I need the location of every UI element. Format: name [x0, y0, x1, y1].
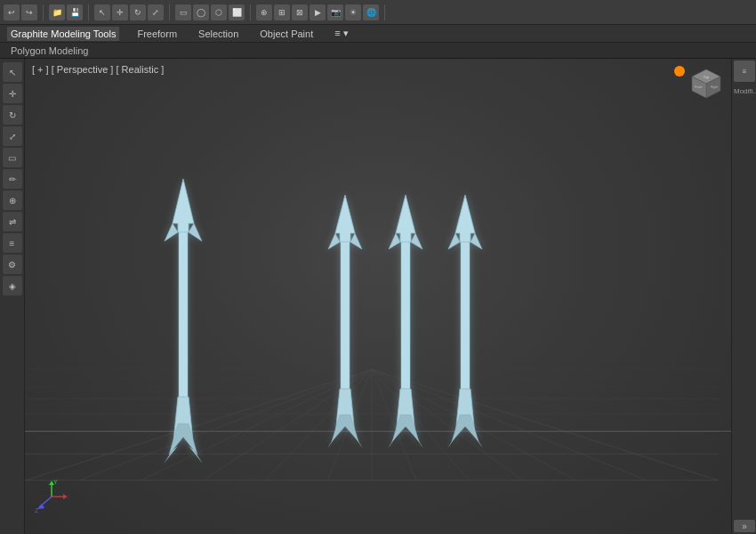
toolbar-group-4: ▭ ◯ ⬡ ⬜: [175, 4, 251, 20]
svg-rect-30: [179, 232, 188, 397]
svg-marker-37: [350, 233, 362, 249]
top-toolbar: ↩ ↪ 📁 💾 ↖ ✛ ↻ ⤢ ▭ ◯ ⬡ ⬜ ⊕ ⊞ ⊠ ▶ 📷 ☀ 🌐: [0, 0, 756, 25]
snap-tool-icon[interactable]: ⊕: [3, 190, 22, 210]
open-icon[interactable]: 📁: [49, 4, 65, 20]
plane-icon[interactable]: ⬜: [229, 4, 245, 20]
modifier-panel: ≡ Modifi... »: [731, 59, 756, 534]
sub-bar: Polygon Modeling: [0, 43, 756, 59]
wire-icon[interactable]: ⊠: [292, 4, 308, 20]
snap-icon[interactable]: ⊕: [256, 4, 272, 20]
svg-rect-46: [401, 242, 410, 389]
svg-marker-51: [455, 195, 475, 242]
left-toolbar: ↖ ✛ ↻ ⤢ ▭ ✏ ⊕ ⇌ ≡ ⚙ ◈: [0, 59, 25, 534]
viewport-grid: [25, 303, 719, 481]
svg-marker-29: [189, 223, 202, 241]
arrow-object-3[interactable]: [385, 190, 426, 457]
svg-text:Right: Right: [711, 85, 718, 89]
svg-text:X: X: [68, 494, 69, 500]
viewport[interactable]: [ + ] [ Perspective ] [ Realistic ] Top …: [25, 59, 731, 534]
svg-marker-27: [173, 179, 194, 232]
box-icon[interactable]: ▭: [175, 4, 191, 20]
svg-marker-52: [448, 233, 460, 249]
toolbar-group-3: ↖ ✛ ↻ ⤢: [94, 4, 170, 20]
toolbar-group-2: 📁 💾: [49, 4, 89, 20]
arrow-object-1[interactable]: [160, 174, 206, 468]
light-icon[interactable]: ☀: [345, 4, 361, 20]
sphere-icon[interactable]: ◯: [193, 4, 209, 20]
rotate-tool-icon[interactable]: ↻: [3, 105, 22, 125]
select-icon[interactable]: ↖: [94, 4, 110, 20]
redo-icon[interactable]: ↪: [21, 4, 37, 20]
mirror-tool-icon[interactable]: ⇌: [3, 212, 22, 231]
menu-freeform[interactable]: Freeform: [133, 27, 181, 41]
horizon-line: [25, 431, 731, 432]
toolbar-group-1: ↩ ↪: [4, 4, 44, 20]
svg-marker-28: [165, 223, 178, 241]
modifier-expand-button[interactable]: »: [734, 520, 755, 532]
misc-tool-icon[interactable]: ◈: [3, 276, 22, 295]
svg-text:Front: Front: [695, 85, 702, 89]
svg-marker-45: [411, 233, 422, 249]
svg-text:Z: Z: [35, 507, 39, 514]
svg-marker-58: [452, 415, 479, 441]
scale-tool-icon[interactable]: ⤢: [3, 126, 22, 146]
menu-graphite[interactable]: Graphite Modeling Tools: [7, 27, 119, 41]
cursor-tool-icon[interactable]: ↖: [3, 62, 22, 82]
svg-text:Y: Y: [53, 479, 58, 485]
undo-icon[interactable]: ↩: [4, 4, 20, 20]
menu-selection[interactable]: Selection: [195, 27, 242, 41]
svg-marker-53: [470, 233, 482, 249]
svg-marker-60: [63, 494, 68, 499]
save-icon[interactable]: 💾: [67, 4, 83, 20]
cylinder-icon[interactable]: ⬡: [211, 4, 227, 20]
toolbar-group-5: ⊕ ⊞ ⊠ ▶ 📷 ☀ 🌐: [256, 4, 385, 20]
sub-polygon-modeling[interactable]: Polygon Modeling: [7, 44, 92, 57]
camera-icon[interactable]: 📷: [327, 4, 343, 20]
align-tool-icon[interactable]: ≡: [3, 233, 22, 253]
menu-more[interactable]: ≡ ▾: [331, 26, 351, 41]
main-area: ↖ ✛ ↻ ⤢ ▭ ✏ ⊕ ⇌ ≡ ⚙ ◈ [ + ] [ Perspectiv…: [0, 59, 756, 534]
menu-bar: Graphite Modeling Tools Freeform Selecti…: [0, 25, 756, 43]
select-tool-icon[interactable]: ▭: [3, 148, 22, 167]
svg-marker-42: [332, 415, 358, 441]
orange-dot: [674, 66, 685, 77]
modifier-label: Modifi...: [734, 87, 754, 95]
menu-object-paint[interactable]: Object Paint: [256, 27, 317, 41]
viewport-label: [ + ] [ Perspective ] [ Realistic ]: [32, 64, 164, 75]
render-icon[interactable]: ▶: [310, 4, 326, 20]
rotate-icon[interactable]: ↻: [130, 4, 146, 20]
svg-rect-38: [341, 242, 350, 389]
svg-marker-36: [328, 233, 340, 249]
nav-cube[interactable]: Top Right Front: [688, 66, 724, 101]
svg-text:Top: Top: [704, 75, 710, 79]
svg-marker-44: [389, 233, 400, 249]
svg-rect-54: [461, 242, 470, 389]
modifier-list-icon[interactable]: ≡: [734, 61, 755, 82]
svg-marker-43: [396, 195, 415, 242]
svg-marker-50: [392, 415, 419, 441]
move-icon[interactable]: ✛: [112, 4, 128, 20]
axis-indicator: X Y Z: [34, 479, 69, 516]
scale-icon[interactable]: ⤢: [148, 4, 164, 20]
arrow-object-4[interactable]: [445, 190, 486, 457]
tools-tool-icon[interactable]: ⚙: [3, 255, 22, 274]
paint-tool-icon[interactable]: ✏: [3, 169, 22, 189]
env-icon[interactable]: 🌐: [363, 4, 379, 20]
svg-marker-35: [335, 195, 355, 242]
move-tool-icon[interactable]: ✛: [3, 84, 22, 103]
grid-icon[interactable]: ⊞: [274, 4, 290, 20]
arrow-object-2[interactable]: [325, 190, 366, 457]
